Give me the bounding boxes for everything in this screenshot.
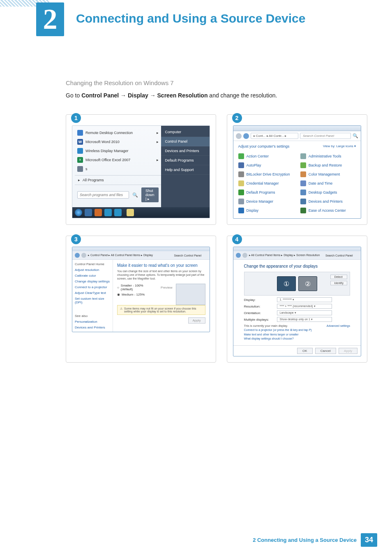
start-menu: Remote Desktop Connection▸ WMicrosoft Wo… (72, 125, 210, 218)
nav-fwd-icon[interactable] (242, 253, 247, 258)
start-right-item[interactable]: Help and Support (161, 165, 210, 175)
start-item[interactable]: s (75, 164, 161, 173)
nav-back-icon[interactable] (75, 253, 80, 258)
search-field[interactable]: Search Control Panel (174, 254, 207, 257)
panel-heading: Make it easier to read what's on your sc… (117, 263, 205, 268)
taskbar-icon[interactable] (104, 209, 112, 216)
screenshot-1: 1 Remote Desktop Connection▸ WMicrosoft … (66, 114, 216, 225)
cancel-button[interactable]: Cancel (315, 348, 336, 354)
sidebar-link[interactable]: Adjust ClearType text (75, 291, 110, 295)
taskbar-icon[interactable] (85, 209, 92, 216)
sidebar-link[interactable]: Connect to a projector (75, 285, 110, 289)
start-right-item-selected[interactable]: Control Panel (161, 137, 210, 146)
search-icon: 🔍 (132, 192, 138, 198)
cp-item[interactable]: BitLocker Drive Encryption (235, 170, 297, 179)
setting-row: Multiple displays:Show desktop only on 1… (244, 317, 350, 322)
title-bar (233, 126, 361, 131)
taskbar-icon[interactable] (127, 209, 134, 216)
screen-resolution-window: ▸ All Control Panel Items ▸ Display ▸ Sc… (233, 247, 361, 356)
radio-option[interactable]: ○Smaller - 100% (default)Preview (117, 284, 173, 291)
cp-item[interactable]: Date and Time (297, 179, 359, 188)
cp-item[interactable]: Action Center (235, 152, 297, 161)
monitor-1[interactable]: ① (277, 276, 296, 291)
start-right-item[interactable]: Devices and Printers (161, 146, 210, 156)
cp-item[interactable]: Desktop Gadgets (297, 188, 359, 197)
sidebar-link[interactable]: Personalization (75, 320, 110, 324)
start-item[interactable]: Wireless Display Manager (75, 146, 161, 155)
page-number: 34 (361, 533, 377, 547)
sidebar-link[interactable]: Calibrate color (75, 274, 110, 278)
view-by[interactable]: View by: Large icons ▾ (323, 144, 356, 148)
start-item[interactable]: WMicrosoft Word 2010▸ (75, 137, 161, 146)
sidebar-link[interactable]: Set custom text size (DPI) (75, 297, 110, 304)
select[interactable]: **** × **** (recommended) ▾ (277, 304, 332, 309)
start-right-item[interactable]: Default Programs (161, 156, 210, 165)
cp-item[interactable]: AutoPlay (235, 161, 297, 170)
breadcrumb[interactable]: ▸ All Control Panel Items ▸ Display ▸ Sc… (249, 254, 324, 257)
link[interactable]: What display settings should I choose? (244, 337, 350, 340)
taskbar-icon[interactable] (95, 209, 102, 216)
select[interactable]: Show desktop only on 1 ▾ (277, 317, 332, 322)
panel-note: You can change the size of text and othe… (117, 269, 205, 280)
cp-item[interactable]: Credential Manager (235, 179, 297, 188)
cp-item[interactable]: Devices and Printers (297, 197, 359, 206)
ok-button[interactable]: OK (297, 348, 313, 354)
nav-back-icon[interactable] (236, 133, 242, 139)
search-field[interactable]: Search Control Panel (300, 133, 351, 139)
apply-button[interactable]: Apply (188, 317, 205, 324)
radio-option[interactable]: ◉Medium - 125% (117, 293, 173, 296)
sidebar-link[interactable]: Devices and Printers (75, 326, 110, 329)
shutdown-button[interactable]: Shut down | ▸ (141, 187, 159, 202)
taskbar-icon[interactable] (114, 209, 122, 216)
breadcrumb[interactable]: ▸ Control Panel ▸ All Control Panel Item… (88, 254, 173, 257)
start-left-column: Remote Desktop Connection▸ WMicrosoft Wo… (72, 126, 161, 207)
see-also-label: See also (75, 314, 110, 318)
start-right-column: Computer Control Panel Devices and Print… (161, 126, 210, 207)
nav-fwd-icon[interactable] (81, 253, 86, 258)
nav-back-icon[interactable] (236, 253, 241, 258)
cp-item[interactable]: Display (235, 206, 297, 215)
cp-item[interactable]: Default Programs (235, 188, 297, 197)
select[interactable]: 1. ******** ▾ (277, 297, 332, 302)
select[interactable]: Landscape ▾ (277, 310, 332, 315)
sidebar-link[interactable]: Change display settings (75, 280, 110, 283)
cp-item[interactable]: Ease of Access Center (297, 206, 359, 215)
panel-heading: Change the appearance of your displays (244, 264, 350, 268)
nav-fwd-icon[interactable] (243, 133, 249, 139)
cp-item[interactable]: Backup and Restore (297, 161, 359, 170)
chapter-number: 2 (36, 2, 64, 36)
link[interactable]: Connect to a projector (or press the ⊞ k… (244, 328, 350, 332)
start-right-item[interactable]: Computer (161, 127, 210, 137)
start-item[interactable]: Remote Desktop Connection▸ (75, 128, 161, 137)
screenshot-2: 2 ▸ Cont... ▸ All Contr... ▸ Search Cont… (227, 114, 367, 225)
link[interactable]: Make text and other items larger or smal… (244, 333, 350, 336)
search-field[interactable]: Search Control Panel (325, 254, 358, 257)
main-display-msg: This is currently your main display. (244, 324, 288, 327)
instruction-text: Go to Control Panel → Display → Screen R… (66, 92, 367, 99)
detect-button[interactable]: Detect (330, 275, 347, 279)
chapter-title: Connecting and Using a Source Device (76, 12, 305, 25)
step-badge-1: 1 (71, 113, 81, 123)
cp-item[interactable]: Color Management (297, 170, 359, 179)
setting-row: Resolution:**** × **** (recommended) ▾ (244, 304, 350, 309)
sidebar: Control Panel Home Adjust resolution Cal… (72, 260, 113, 332)
start-item[interactable]: XMicrosoft Office Excel 2007▸ (75, 155, 161, 164)
taskbar (72, 207, 210, 218)
search-input[interactable] (77, 191, 129, 199)
monitor-preview: ① ② Detect Identify (244, 272, 350, 296)
sidebar-link[interactable]: Adjust resolution (75, 268, 110, 272)
apply-button[interactable]: Apply (339, 348, 357, 354)
all-programs[interactable]: ▸All Programs (75, 175, 161, 185)
footer-text: 2 Connecting and Using a Source Device (253, 537, 357, 543)
cp-item[interactable]: Administrative Tools (297, 152, 359, 161)
start-orb-icon[interactable] (75, 209, 82, 216)
monitor-2[interactable]: ② (298, 276, 317, 291)
sidebar-link[interactable]: Control Panel Home (75, 262, 110, 266)
step-badge-4: 4 (232, 234, 242, 244)
breadcrumb[interactable]: ▸ Cont... ▸ All Contr... ▸ (251, 133, 298, 139)
step-badge-3: 3 (71, 234, 81, 244)
identify-button[interactable]: Identify (330, 281, 347, 285)
control-panel-window: ▸ Cont... ▸ All Contr... ▸ Search Contro… (233, 125, 361, 219)
advanced-settings-link[interactable]: Advanced settings (327, 324, 350, 327)
cp-item[interactable]: Device Manager (235, 197, 297, 206)
